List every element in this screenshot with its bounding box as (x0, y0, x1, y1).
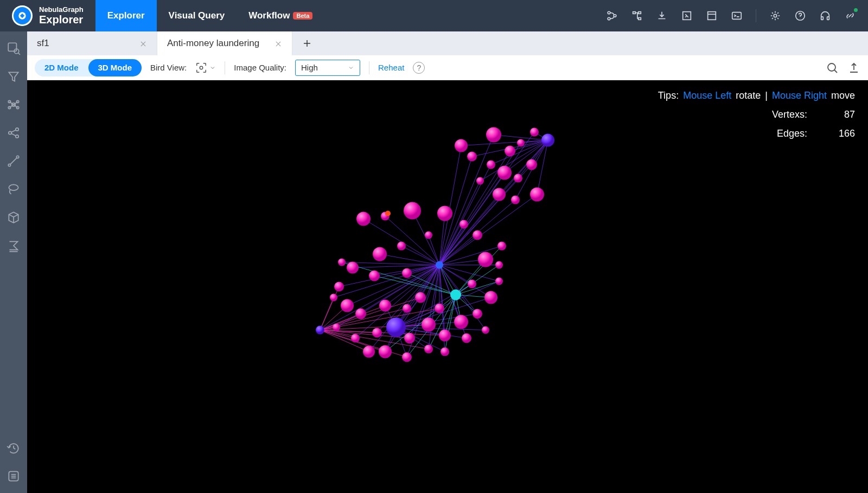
query-icon[interactable] (7, 41, 21, 55)
search-icon[interactable] (826, 61, 839, 74)
reheat-help-icon[interactable]: ? (413, 62, 425, 74)
doc-tab-label: Anti-money laundering (167, 38, 259, 49)
nav-tab-explorer[interactable]: Explorer (95, 0, 157, 31)
mode-2d-button[interactable]: 2D Mode (35, 59, 88, 76)
svg-point-215 (415, 292, 426, 303)
tips-rotate: rotate (736, 90, 761, 101)
help-icon[interactable] (794, 10, 806, 22)
cube-icon[interactable] (7, 210, 21, 225)
mode-3d-button[interactable]: 3D Mode (88, 59, 142, 76)
svg-line-77 (439, 143, 521, 265)
svg-line-98 (439, 265, 477, 314)
bird-view-button[interactable] (195, 62, 216, 74)
close-icon[interactable] (275, 40, 282, 47)
graph-expand-icon[interactable] (7, 98, 21, 112)
toolbar-separator (369, 61, 369, 74)
reheat-button[interactable]: Reheat (378, 63, 404, 72)
svg-rect-8 (708, 12, 716, 20)
share-icon[interactable] (7, 126, 21, 140)
svg-point-227 (495, 278, 503, 285)
export-icon[interactable] (847, 61, 860, 74)
svg-point-195 (487, 161, 495, 169)
download-icon[interactable] (656, 10, 668, 22)
svg-point-34 (9, 184, 18, 190)
svg-point-232 (436, 261, 443, 269)
edge-label: Edges: (777, 128, 807, 139)
new-tab-button[interactable] (292, 31, 322, 55)
filter-icon[interactable] (7, 69, 21, 84)
svg-point-236 (450, 290, 461, 300)
svg-point-233 (541, 134, 554, 147)
svg-point-185 (338, 259, 346, 266)
vertex-label: Vertexs: (772, 109, 807, 120)
nav-tabs: Explorer Visual Query WorkflowBeta (95, 0, 325, 31)
svg-line-166 (374, 276, 456, 295)
lasso-icon[interactable] (7, 182, 21, 196)
svg-line-151 (396, 281, 499, 328)
logo-text: NebulaGraph Explorer (39, 6, 84, 25)
svg-point-235 (386, 318, 406, 337)
svg-point-196 (497, 166, 512, 180)
headset-icon[interactable] (819, 10, 831, 22)
tips-label: Tips: (658, 90, 679, 101)
tips-mouse-right: Mouse Right (772, 90, 827, 101)
svg-point-214 (403, 304, 411, 313)
template-icon[interactable] (706, 10, 718, 22)
svg-point-231 (385, 211, 391, 216)
svg-point-204 (530, 128, 539, 137)
svg-point-46 (200, 66, 203, 69)
svg-point-189 (495, 261, 503, 269)
toolbar-separator (225, 61, 225, 74)
snapshot-icon[interactable] (681, 10, 693, 22)
svg-point-210 (363, 346, 375, 358)
svg-point-223 (454, 315, 468, 329)
svg-point-190 (497, 242, 506, 251)
image-quality-value: High (301, 63, 318, 72)
svg-point-188 (478, 252, 493, 267)
svg-point-1 (608, 11, 610, 14)
svg-rect-10 (732, 12, 742, 20)
svg-line-50 (385, 216, 439, 265)
svg-line-127 (320, 306, 385, 330)
settings-icon[interactable] (769, 10, 781, 22)
svg-point-217 (422, 318, 436, 332)
doc-tab-sf1[interactable]: sf1 (27, 31, 157, 55)
canvas-overlay: Tips: Mouse Left rotate | Mouse Right mo… (658, 90, 855, 147)
svg-point-205 (334, 282, 344, 292)
svg-point-32 (8, 164, 10, 166)
vertex-value: 87 (829, 109, 855, 120)
console-icon[interactable] (731, 10, 743, 22)
svg-point-226 (468, 280, 476, 289)
nav-tab-workflow[interactable]: WorkflowBeta (237, 0, 324, 31)
svg-point-220 (402, 353, 412, 362)
side-rail (0, 31, 27, 493)
svg-point-33 (16, 156, 18, 158)
image-quality-select[interactable]: High (295, 60, 360, 76)
graph-canvas[interactable]: Tips: Mouse Left rotate | Mouse Right mo… (27, 80, 868, 493)
svg-point-230 (482, 326, 489, 334)
image-quality-label: Image Quality: (234, 63, 286, 72)
doc-tab-label: sf1 (37, 38, 49, 49)
close-icon[interactable] (139, 40, 147, 47)
svg-point-181 (425, 232, 432, 239)
path-icon[interactable] (7, 154, 21, 168)
svg-point-203 (517, 139, 525, 147)
svg-point-184 (347, 262, 359, 274)
svg-point-234 (316, 326, 324, 335)
list-icon[interactable] (7, 469, 21, 483)
history-icon[interactable] (7, 441, 21, 455)
svg-point-219 (379, 345, 392, 358)
svg-rect-4 (633, 12, 636, 14)
svg-point-187 (402, 268, 412, 278)
aggregate-icon[interactable] (7, 239, 21, 253)
svg-point-213 (379, 300, 391, 312)
logo[interactable]: NebulaGraph Explorer (0, 5, 95, 26)
branch-icon[interactable] (606, 10, 618, 22)
tips-move: move (831, 90, 855, 101)
tree-icon[interactable] (631, 10, 643, 22)
svg-line-31 (11, 133, 16, 136)
connection-icon[interactable] (844, 10, 856, 22)
nav-tab-visual-query[interactable]: Visual Query (157, 0, 237, 31)
doc-tab-aml[interactable]: Anti-money laundering (157, 31, 292, 55)
svg-line-171 (439, 140, 548, 265)
